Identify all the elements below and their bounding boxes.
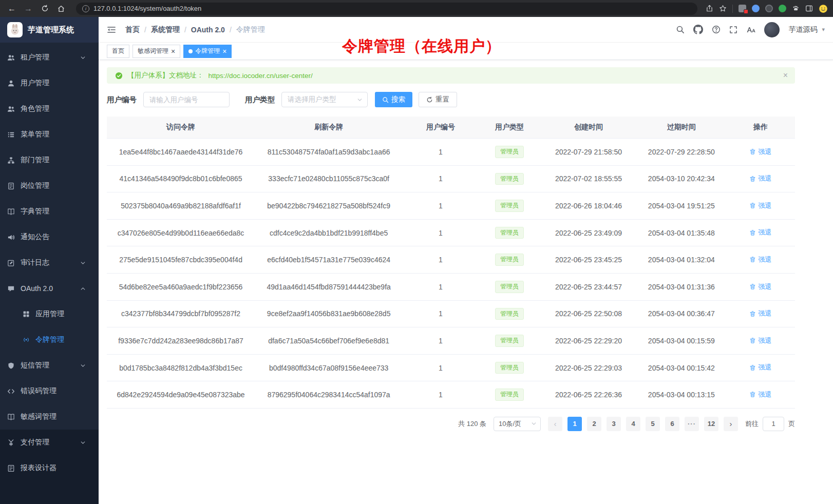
page-button-4[interactable]: 4 (626, 417, 640, 431)
site-info-icon[interactable]: i (82, 5, 89, 12)
doc-link[interactable]: https://doc.iocoder.cn/user-center/ (209, 72, 313, 80)
page-button-6[interactable]: 6 (665, 417, 679, 431)
fullscreen-icon[interactable] (729, 26, 737, 34)
sidebar-item-role[interactable]: 角色管理 (0, 96, 99, 122)
tab-close-icon[interactable]: × (171, 48, 175, 55)
extension-icon-paw[interactable] (792, 5, 800, 12)
user-type-cell: 管理员 (479, 327, 541, 355)
prev-page-button[interactable]: ‹ (548, 417, 562, 431)
app-logo-area[interactable]: 芋道管理系统 (0, 17, 99, 43)
alert-close-icon[interactable]: × (783, 71, 788, 80)
home-button[interactable] (54, 2, 68, 15)
page-button-12[interactable]: 12 (704, 417, 718, 431)
access-token-cell: c342377bf8b344799dcbf7bf095287f2 (107, 300, 255, 327)
force-logout-button[interactable]: 强退 (749, 174, 771, 183)
sidebar-item-dept[interactable]: 部门管理 (0, 147, 99, 173)
breadcrumb-item[interactable]: OAuth 2.0 (191, 26, 225, 34)
force-logout-button[interactable]: 强退 (749, 390, 771, 399)
breadcrumb-separator: / (230, 26, 232, 34)
share-icon[interactable] (706, 5, 713, 12)
sidebar-item-post[interactable]: 岗位管理 (0, 173, 99, 199)
sidebar-item-menu[interactable]: 菜单管理 (0, 122, 99, 147)
font-size-icon[interactable] (746, 26, 755, 34)
sidebar-item-sensitive-word[interactable]: 敏感词管理 (0, 404, 99, 430)
page-button-1[interactable]: 1 (567, 417, 582, 431)
sidebar-item-pay[interactable]: 支付管理 (0, 430, 99, 455)
expire-time-cell: 2054-03-04 01:31:36 (637, 273, 726, 300)
sidebar-item-error-code[interactable]: 错误码管理 (0, 378, 99, 404)
bookmark-star-icon[interactable] (719, 5, 727, 12)
extension-badge (744, 9, 748, 14)
success-check-icon (115, 72, 123, 80)
reload-button[interactable] (38, 2, 51, 15)
sidebar-item-audit-log[interactable]: 审计日志 (0, 250, 99, 276)
create-time-cell: 2022-07-29 21:58:50 (540, 139, 637, 166)
page-button-5[interactable]: 5 (646, 417, 660, 431)
extension-icon-green[interactable] (779, 5, 786, 12)
back-button[interactable]: ← (5, 2, 18, 15)
user-id-input[interactable] (143, 92, 230, 107)
pager-more-button[interactable]: ··· (685, 417, 699, 431)
tab-token[interactable]: 令牌管理× (183, 45, 232, 58)
user-type-select[interactable]: 请选择用户类型 (281, 92, 368, 107)
sidebar-item-user[interactable]: 用户管理 (0, 70, 99, 96)
reload-icon (41, 5, 49, 12)
search-button[interactable]: 搜索 (375, 92, 412, 107)
username[interactable]: 芋道源码 (788, 25, 817, 34)
table-row: 6d842e2924594de9a09e45e087323abe8796295f… (107, 381, 795, 409)
page-size-select[interactable]: 10条/页 (494, 417, 541, 431)
force-logout-label: 强退 (758, 255, 771, 264)
force-logout-button[interactable]: 强退 (749, 282, 771, 292)
page-button-3[interactable]: 3 (607, 417, 621, 431)
user-type-tag: 管理员 (495, 308, 524, 320)
search-icon[interactable] (676, 25, 685, 34)
sidebar-item-tenant[interactable]: 租户管理 (0, 45, 99, 70)
sidebar-item-oauth2-app[interactable]: 应用管理 (0, 301, 99, 327)
sidebar-item-label: 通知公告 (21, 232, 49, 242)
extension-icon-badged[interactable] (739, 5, 746, 12)
browser-profile-avatar[interactable] (819, 4, 828, 13)
sidebar-item-oauth2[interactable]: OAuth 2.0 (0, 276, 99, 301)
expire-time-cell: 2054-03-04 01:32:04 (637, 246, 726, 274)
sidebar-item-label: 应用管理 (35, 309, 64, 319)
sidebar-item-oauth2-token[interactable]: 令牌管理 (0, 327, 99, 353)
sidebar-item-dict[interactable]: 字典管理 (0, 199, 99, 224)
sidebar-item-label: 敏感词管理 (21, 412, 56, 421)
address-bar[interactable]: i 127.0.0.1:1024/system/oauth2/token (76, 3, 697, 15)
side-panel-icon[interactable] (805, 5, 813, 12)
sidebar-item-notice[interactable]: 通知公告 (0, 224, 99, 250)
caret-down-icon[interactable]: ▾ (822, 26, 825, 33)
user-type-tag: 管理员 (495, 281, 524, 293)
extension-icon-dark[interactable] (765, 5, 773, 12)
create-time-cell: 2022-06-25 22:29:20 (540, 327, 637, 355)
reset-button[interactable]: 重置 (419, 92, 457, 107)
page-button-2[interactable]: 2 (587, 417, 601, 431)
next-page-button[interactable]: › (724, 417, 738, 431)
force-logout-button[interactable]: 强退 (749, 336, 771, 345)
forward-button[interactable]: → (22, 2, 35, 15)
tab-close-icon[interactable]: × (222, 48, 226, 55)
extension-icon-blue[interactable] (752, 5, 760, 12)
force-logout-button[interactable]: 强退 (749, 147, 771, 157)
sidebar-toggle-icon[interactable] (107, 26, 116, 34)
user-avatar[interactable] (764, 22, 780, 37)
sidebar-item-sms[interactable]: 短信管理 (0, 353, 99, 378)
create-time-cell: 2022-06-25 23:49:09 (540, 219, 637, 246)
help-icon[interactable] (712, 25, 721, 34)
tab-home[interactable]: 首页 (107, 45, 129, 58)
breadcrumb-item[interactable]: 系统管理 (151, 25, 180, 34)
force-logout-button[interactable]: 强退 (749, 363, 771, 372)
breadcrumb-item[interactable]: 首页 (125, 25, 140, 34)
create-time-cell: 2022-06-25 22:29:03 (540, 354, 637, 381)
force-logout-button[interactable]: 强退 (749, 228, 771, 237)
force-logout-button[interactable]: 强退 (749, 255, 771, 264)
force-logout-button[interactable]: 强退 (749, 309, 771, 318)
sidebar-item-report[interactable]: 报表设计器 (0, 455, 99, 481)
force-logout-button[interactable]: 强退 (749, 201, 771, 210)
tab-sensitive-word[interactable]: 敏感词管理× (132, 45, 180, 58)
tab-label: 首页 (112, 47, 124, 55)
expire-time-cell: 2054-03-10 20:42:34 (637, 165, 726, 192)
github-icon[interactable] (693, 25, 703, 34)
goto-page-input[interactable] (763, 417, 784, 431)
create-time-cell: 2022-06-25 22:26:36 (540, 381, 637, 409)
